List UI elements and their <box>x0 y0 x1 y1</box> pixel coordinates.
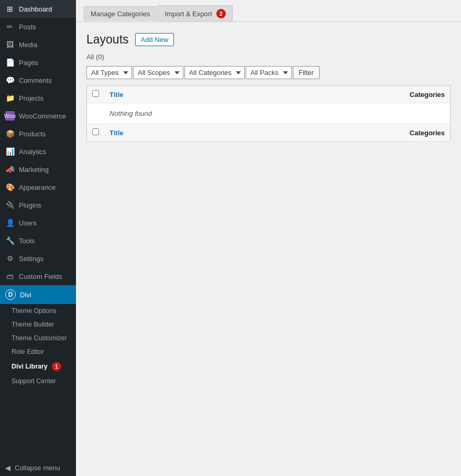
tab-bar: Manage Categories Import & Export 2 <box>76 0 461 22</box>
collapse-menu-button[interactable]: ◀ Collapse menu <box>0 460 76 476</box>
divi-submenu-theme-builder[interactable]: Theme Builder <box>0 318 76 331</box>
appearance-icon: 🎨 <box>5 182 15 192</box>
import-export-badge: 2 <box>216 9 226 18</box>
sidebar-item-products[interactable]: 📦 Products <box>0 125 76 143</box>
sidebar-item-media[interactable]: 🖼 Media <box>0 36 76 53</box>
main-content: Manage Categories Import & Export 2 Layo… <box>76 0 461 476</box>
tab-manage-categories[interactable]: Manage Categories <box>84 6 157 21</box>
divi-library-badge: 1 <box>52 362 61 371</box>
comments-icon: 💬 <box>5 75 15 85</box>
products-icon: 📦 <box>5 129 15 138</box>
layouts-table: Title Categories Nothing found Title <box>86 85 451 142</box>
sidebar-item-dashboard[interactable]: ⊞ Dashboard <box>0 0 76 18</box>
empty-row: Nothing found <box>87 103 451 124</box>
title-sort-link[interactable]: Title <box>109 91 124 99</box>
settings-icon: ⚙ <box>5 254 15 263</box>
page-area: Layouts Add New All (0) All Types All Sc… <box>76 22 461 476</box>
divi-submenu-support-center[interactable]: Support Center <box>0 374 76 388</box>
divi-submenu-theme-customizer[interactable]: Theme Customizer <box>0 331 76 345</box>
media-icon: 🖼 <box>5 40 15 49</box>
col-checkbox-header <box>87 86 105 103</box>
count-text: All (0) <box>86 53 451 61</box>
sidebar-item-comments[interactable]: 💬 Comments <box>0 71 76 89</box>
sidebar-item-plugins[interactable]: 🔌 Plugins <box>0 196 76 214</box>
table-footer-row: Title Categories <box>87 124 451 142</box>
select-all-checkbox[interactable] <box>92 90 99 97</box>
custom-fields-icon: 🗃 <box>5 272 15 281</box>
plugins-icon: 🔌 <box>5 200 15 210</box>
posts-icon: ✏ <box>5 22 15 31</box>
sidebar-item-woocommerce[interactable]: Woo WooCommerce <box>0 107 76 125</box>
filter-packs[interactable]: All Packs <box>246 66 292 79</box>
sidebar: ⊞ Dashboard ✏ Posts 🖼 Media 📄 Pages 💬 Co… <box>0 0 76 476</box>
divi-menu-item[interactable]: D Divi <box>0 285 76 304</box>
add-new-button[interactable]: Add New <box>135 33 174 46</box>
tab-import-export[interactable]: Import & Export 2 <box>158 5 232 21</box>
sidebar-item-analytics[interactable]: 📊 Analytics <box>0 143 76 160</box>
empty-checkbox-cell <box>87 103 105 124</box>
divi-submenu-items: Theme Options Theme Builder Theme Custom… <box>0 304 76 388</box>
table-header-row: Title Categories <box>87 86 451 103</box>
sidebar-item-users[interactable]: 👤 Users <box>0 214 76 232</box>
divi-submenu-theme-options[interactable]: Theme Options <box>0 304 76 318</box>
tools-icon: 🔧 <box>5 236 15 245</box>
filter-row: All Types All Scopes All Categories All … <box>86 66 451 79</box>
title-sort-footer-link[interactable]: Title <box>109 129 124 137</box>
filter-types[interactable]: All Types <box>86 66 132 79</box>
projects-icon: 📁 <box>5 93 15 103</box>
filter-categories[interactable]: All Categories <box>184 66 245 79</box>
woocommerce-icon: Woo <box>5 111 15 121</box>
divi-submenu-divi-library[interactable]: Divi Library 1 <box>0 359 76 374</box>
sidebar-item-projects[interactable]: 📁 Projects <box>0 89 76 107</box>
analytics-icon: 📊 <box>5 147 15 156</box>
divi-submenu-role-editor[interactable]: Role Editor <box>0 345 76 359</box>
page-title-row: Layouts Add New <box>86 33 451 47</box>
marketing-icon: 📣 <box>5 165 15 174</box>
dashboard-icon: ⊞ <box>5 4 15 14</box>
filter-button[interactable]: Filter <box>293 66 320 79</box>
col-checkbox-footer <box>87 124 105 142</box>
page-title: Layouts <box>86 33 129 47</box>
sidebar-item-tools[interactable]: 🔧 Tools <box>0 232 76 250</box>
sidebar-item-appearance[interactable]: 🎨 Appearance <box>0 178 76 196</box>
sidebar-item-custom-fields[interactable]: 🗃 Custom Fields <box>0 267 76 285</box>
divi-menu-section: D Divi Theme Options Theme Builder Theme… <box>0 285 76 388</box>
filter-scopes[interactable]: All Scopes <box>133 66 183 79</box>
select-all-footer-checkbox[interactable] <box>92 128 99 135</box>
col-categories-header: Categories <box>346 86 451 103</box>
sidebar-item-pages[interactable]: 📄 Pages <box>0 53 76 71</box>
divi-icon: D <box>5 289 16 300</box>
sidebar-item-marketing[interactable]: 📣 Marketing <box>0 160 76 178</box>
users-icon: 👤 <box>5 218 15 228</box>
sidebar-item-posts[interactable]: ✏ Posts <box>0 18 76 36</box>
col-title-footer: Title <box>104 124 346 142</box>
sidebar-item-settings[interactable]: ⚙ Settings <box>0 250 76 267</box>
col-categories-footer: Categories <box>346 124 451 142</box>
pages-icon: 📄 <box>5 58 15 67</box>
col-title-header: Title <box>104 86 346 103</box>
empty-message-cell: Nothing found <box>104 103 451 124</box>
collapse-icon: ◀ <box>5 464 10 472</box>
